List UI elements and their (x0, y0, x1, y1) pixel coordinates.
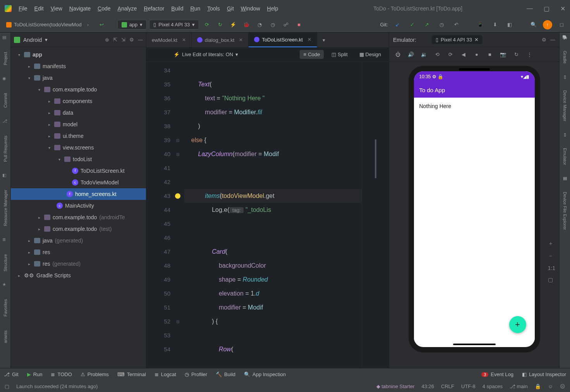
commit-tool-icon[interactable]: ◉ (2, 76, 9, 82)
fold-icon[interactable]: ⊟ (174, 315, 181, 328)
resource-manager-icon[interactable]: ◧ (504, 19, 515, 30)
pr-tool-icon[interactable]: ⎇ (2, 119, 9, 125)
menu-build[interactable]: Build (171, 5, 183, 12)
caret-position[interactable]: 43:26 (422, 383, 434, 389)
chevron-down-icon[interactable]: ▾ (45, 37, 48, 43)
tw-todo[interactable]: ≣TODO (51, 371, 72, 377)
gradle-tool-icon[interactable]: 🐘 (562, 35, 568, 40)
close-tab-icon[interactable]: ✕ (307, 37, 311, 42)
back-icon[interactable]: ◀ (460, 51, 467, 58)
search-everywhere-icon[interactable]: 🔍 (528, 19, 539, 30)
volume-down-icon[interactable]: 🔉 (420, 51, 428, 58)
volume-up-icon[interactable]: 🔊 (407, 51, 415, 58)
git-history-icon[interactable]: ◷ (436, 19, 447, 30)
tabnine-widget[interactable]: ◆ tabnine Starter (376, 383, 415, 389)
zoom-fit-icon[interactable]: ▢ (548, 277, 555, 283)
maximize-icon[interactable]: ▢ (544, 5, 549, 12)
menu-run[interactable]: Run (190, 5, 200, 12)
tree-file-todoviewmodel[interactable]: cTodoViewModel (11, 177, 146, 188)
gear-icon[interactable]: ⚙ (542, 37, 546, 43)
nav-breadcrumb[interactable]: ToDoListScreen(todoViewMod (3, 20, 85, 29)
fold-icon[interactable]: ⊟ (174, 147, 181, 161)
tree-file-home-screens[interactable]: fhome_screens.kt (11, 188, 146, 200)
tree-package[interactable]: ▾com.example.todo (11, 84, 146, 95)
tree-todolist[interactable]: ▾todoList (11, 153, 146, 165)
screenshot-icon[interactable]: 📷 (499, 51, 507, 58)
tw-gradle[interactable]: Gradle (563, 48, 567, 67)
lock-icon[interactable]: 🔒 (535, 383, 541, 389)
tw-layout-inspector[interactable]: ◧Layout Inspector (522, 371, 566, 377)
back-arrow-icon[interactable]: ↩ (96, 19, 107, 30)
tree-res[interactable]: ▸res (11, 246, 146, 258)
tab-todolist-screen[interactable]: ToDoListScreen.kt✕ (249, 33, 317, 47)
tw-app-inspection[interactable]: 🔍App Inspection (244, 371, 286, 377)
tw-pull-requests[interactable]: Pull Requests (3, 132, 8, 165)
tw-problems[interactable]: ⚠Problems (81, 371, 109, 377)
resource-tool-icon[interactable]: ◧ (2, 173, 9, 179)
breadcrumb-dropdown-icon[interactable]: › (87, 22, 94, 28)
menu-tools[interactable]: Tools (207, 5, 220, 12)
tw-device-manager[interactable]: Device Manager (563, 87, 567, 124)
device-manager-icon[interactable]: ▯ (564, 74, 566, 79)
tw-favorites[interactable]: Favorites (3, 296, 8, 320)
project-view-selector[interactable]: Android (23, 37, 42, 43)
run-icon[interactable]: ⟳ (201, 19, 212, 30)
bulb-icon[interactable] (175, 193, 180, 199)
git-push-icon[interactable]: ↗ (421, 19, 432, 30)
reload-icon[interactable]: ↻ (512, 51, 520, 58)
emulator-tool-icon[interactable]: ▯ (564, 132, 566, 137)
phone-screen[interactable]: 10:35 ⚙ 🔒 ▾◢▮ To do App Nothing Here + (414, 71, 535, 347)
apply-changes-icon[interactable]: ⚡ (228, 19, 239, 30)
target-icon[interactable]: ⊕ (105, 37, 109, 43)
tree-package-androidtest[interactable]: ▸com.example.todo(androidTe (11, 211, 146, 223)
hide-icon[interactable]: — (138, 37, 143, 43)
indent-config[interactable]: 4 spaces (482, 383, 503, 389)
sdk-manager-icon[interactable]: ⬇ (489, 19, 500, 30)
tree-gradle-scripts[interactable]: ▸⚙⚙Gradle Scripts (11, 270, 146, 281)
expand-icon[interactable]: ⇱ (113, 37, 117, 43)
stop-icon[interactable]: ■ (294, 19, 304, 30)
tree-package-test[interactable]: ▸com.example.todo(test) (11, 223, 146, 235)
menu-file[interactable]: File (19, 5, 27, 12)
user-icon[interactable]: ◻ (556, 19, 567, 30)
tree-data[interactable]: ▸data (11, 107, 146, 119)
tree-file-mainactivity[interactable]: cMainActivity (11, 200, 146, 211)
toolwindows-toggle-icon[interactable]: ▢ (5, 383, 9, 389)
tw-terminal[interactable]: ⌨Terminal (117, 371, 146, 377)
attach-debugger-icon[interactable]: ☍ (280, 19, 291, 30)
menu-window[interactable]: Window (241, 5, 260, 12)
zoom-out-icon[interactable]: － (548, 253, 555, 260)
tw-variants[interactable]: ariants (3, 327, 8, 346)
tree-java-generated[interactable]: ▸java (generated) (11, 235, 146, 246)
menu-navigate[interactable]: Navigate (69, 5, 91, 12)
device-selector[interactable]: ▯ Pixel 4 API 33 ▾ (149, 20, 199, 29)
code-content[interactable]: Text( text = "Nothing Here " modifier = … (181, 62, 362, 368)
rotate-right-icon[interactable]: ⟳ (446, 51, 454, 58)
tree-res-generated[interactable]: ▸res (generated) (11, 258, 146, 270)
git-rollback-icon[interactable]: ↶ (451, 19, 462, 30)
file-explorer-icon[interactable]: ▤ (563, 176, 567, 181)
tw-logcat[interactable]: ≣Logcat (155, 371, 176, 377)
tw-run[interactable]: ▶Run (27, 371, 43, 377)
tree-file-todolistscreen[interactable]: fToDoListScreen.kt (11, 165, 146, 177)
menu-edit[interactable]: Edit (34, 5, 44, 12)
tree-view-screens[interactable]: ▾view.screens (11, 142, 146, 153)
tw-profiler[interactable]: ◷Profiler (185, 371, 207, 377)
tw-device-file-explorer[interactable]: Device File Explorer (563, 189, 567, 233)
more-icon[interactable]: ⋮ (525, 51, 533, 58)
tree-app[interactable]: ▾app (11, 49, 146, 60)
mode-split[interactable]: ◫ Split (328, 50, 351, 59)
tw-git[interactable]: ⎇Git (4, 371, 19, 377)
overview-icon[interactable]: ■ (486, 51, 494, 58)
tree-model[interactable]: ▸model (11, 119, 146, 130)
tw-commit[interactable]: Commit (3, 90, 8, 111)
tabs-overflow-icon[interactable]: ▾ (317, 33, 331, 47)
tree-components[interactable]: ▸components (11, 95, 146, 107)
gear-icon[interactable]: ⚙ (129, 37, 134, 43)
zoom-in-icon[interactable]: ＋ (548, 240, 555, 247)
debug-icon[interactable]: 🐞 (241, 19, 252, 30)
git-update-icon[interactable]: ↙ (392, 19, 403, 30)
tab-viewmodel[interactable]: ewModel.kt✕ (146, 33, 192, 47)
tw-emulator[interactable]: Emulator (563, 145, 567, 168)
profile-icon[interactable]: ◷ (267, 19, 278, 30)
